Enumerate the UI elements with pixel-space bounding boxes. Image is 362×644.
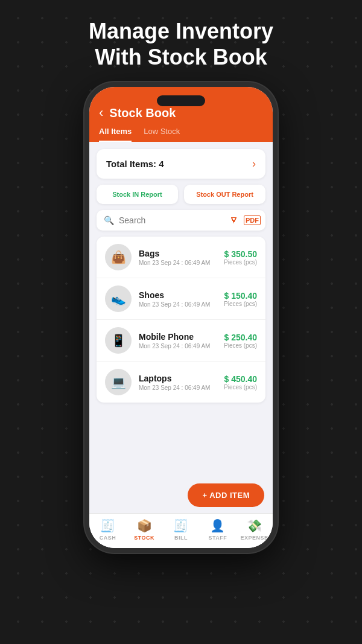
item-date: Mon 23 Sep 24 : 06:49 AM <box>139 260 217 266</box>
header-top: ‹ Stock Book <box>99 105 263 121</box>
nav-label-bill: BILL <box>174 535 188 541</box>
total-items-card: Total Items: 4 › <box>97 149 265 179</box>
filter-icon[interactable]: ⛛ <box>229 215 239 226</box>
item-info: Shoes Mon 23 Sep 24 : 06:49 AM <box>139 290 217 308</box>
item-price: $ 350.50 <box>224 249 257 259</box>
item-list: 👜 Bags Mon 23 Sep 24 : 06:49 AM $ 350.50… <box>97 237 265 403</box>
bottom-area: + ADD ITEM 🧾 CASH 📦 STOCK 🧾 BILL 👤 STAFF… <box>89 477 273 548</box>
item-name: Laptops <box>139 374 217 383</box>
nav-icon-cash: 🧾 <box>100 518 115 533</box>
item-info: Mobile Phone Mon 23 Sep 24 : 06:49 AM <box>139 332 217 349</box>
item-info: Laptops Mon 23 Sep 24 : 06:49 AM <box>139 374 217 391</box>
nav-item-staff[interactable]: 👤 STAFF <box>199 518 236 541</box>
item-date: Mon 23 Sep 24 : 06:49 AM <box>139 343 217 349</box>
item-date: Mon 23 Sep 24 : 06:49 AM <box>139 384 217 391</box>
headline-line1: Manage Inventory <box>89 19 273 43</box>
item-unit: Pieces (pcs) <box>224 384 257 391</box>
app-title: Stock Book <box>109 106 176 120</box>
item-price-wrap: $ 150.40 Pieces (pcs) <box>224 291 257 307</box>
item-price: $ 150.40 <box>224 291 257 301</box>
item-unit: Pieces (pcs) <box>224 342 257 349</box>
report-row: Stock IN Report Stock OUT Report <box>97 185 265 204</box>
nav-label-staff: STAFF <box>208 535 227 541</box>
phone-screen: ‹ Stock Book All Items Low Stock Total I… <box>89 87 273 548</box>
item-price-wrap: $ 250.40 Pieces (pcs) <box>224 333 257 349</box>
main-content: Total Items: 4 › Stock IN Report Stock O… <box>89 142 273 477</box>
nav-label-stock: STOCK <box>134 535 154 541</box>
list-item[interactable]: 👜 Bags Mon 23 Sep 24 : 06:49 AM $ 350.50… <box>97 237 265 278</box>
stock-in-report-button[interactable]: Stock IN Report <box>97 185 178 204</box>
tab-low-stock[interactable]: Low Stock <box>144 127 180 142</box>
item-thumbnail: 💻 <box>105 369 132 395</box>
nav-item-stock[interactable]: 📦 STOCK <box>126 518 163 541</box>
nav-item-expense[interactable]: 💸 EXPENSE <box>236 518 273 541</box>
nav-item-cash[interactable]: 🧾 CASH <box>89 518 126 541</box>
item-thumbnail: 👜 <box>105 244 132 270</box>
search-icon: 🔍 <box>104 215 114 225</box>
search-actions: ⛛ PDF <box>229 215 261 226</box>
nav-label-cash: CASH <box>100 535 116 541</box>
item-unit: Pieces (pcs) <box>224 301 257 307</box>
search-bar: 🔍 ⛛ PDF <box>97 210 265 231</box>
list-item[interactable]: 📱 Mobile Phone Mon 23 Sep 24 : 06:49 AM … <box>97 320 265 362</box>
item-price-wrap: $ 350.50 Pieces (pcs) <box>224 249 257 266</box>
app-header: ‹ Stock Book All Items Low Stock <box>89 87 273 142</box>
headline: Manage Inventory With Stock Book <box>77 0 285 82</box>
item-price: $ 450.40 <box>224 374 257 384</box>
item-price-wrap: $ 450.40 Pieces (pcs) <box>224 374 257 391</box>
search-input[interactable] <box>119 215 224 225</box>
add-item-row: + ADD ITEM <box>89 477 273 513</box>
item-unit: Pieces (pcs) <box>224 259 257 266</box>
item-date: Mon 23 Sep 24 : 06:49 AM <box>139 301 217 308</box>
nav-icon-stock: 📦 <box>137 518 152 533</box>
item-price: $ 250.40 <box>224 333 257 342</box>
item-thumbnail: 👟 <box>105 285 132 312</box>
headline-line2: With Stock Book <box>95 45 267 69</box>
tab-all-items[interactable]: All Items <box>99 127 132 142</box>
back-button[interactable]: ‹ <box>99 105 103 121</box>
tab-bar: All Items Low Stock <box>99 127 263 142</box>
item-name: Shoes <box>139 290 217 300</box>
list-item[interactable]: 👟 Shoes Mon 23 Sep 24 : 06:49 AM $ 150.4… <box>97 278 265 320</box>
total-items-label: Total Items: 4 <box>106 159 164 169</box>
item-info: Bags Mon 23 Sep 24 : 06:49 AM <box>139 249 217 266</box>
total-arrow-button[interactable]: › <box>252 158 256 170</box>
item-name: Bags <box>139 249 217 258</box>
stock-out-report-button[interactable]: Stock OUT Report <box>184 185 265 204</box>
nav-icon-expense: 💸 <box>247 518 262 533</box>
list-item[interactable]: 💻 Laptops Mon 23 Sep 24 : 06:49 AM $ 450… <box>97 362 265 403</box>
pdf-icon[interactable]: PDF <box>244 215 261 225</box>
nav-label-expense: EXPENSE <box>241 535 268 541</box>
bottom-nav: 🧾 CASH 📦 STOCK 🧾 BILL 👤 STAFF 💸 EXPENSE <box>89 513 273 548</box>
item-thumbnail: 📱 <box>105 327 132 354</box>
phone-frame: ‹ Stock Book All Items Low Stock Total I… <box>84 82 278 553</box>
nav-item-bill[interactable]: 🧾 BILL <box>163 518 200 541</box>
item-name: Mobile Phone <box>139 332 217 342</box>
nav-icon-bill: 🧾 <box>173 518 188 533</box>
add-item-button[interactable]: + ADD ITEM <box>188 483 264 507</box>
nav-icon-staff: 👤 <box>210 518 225 533</box>
